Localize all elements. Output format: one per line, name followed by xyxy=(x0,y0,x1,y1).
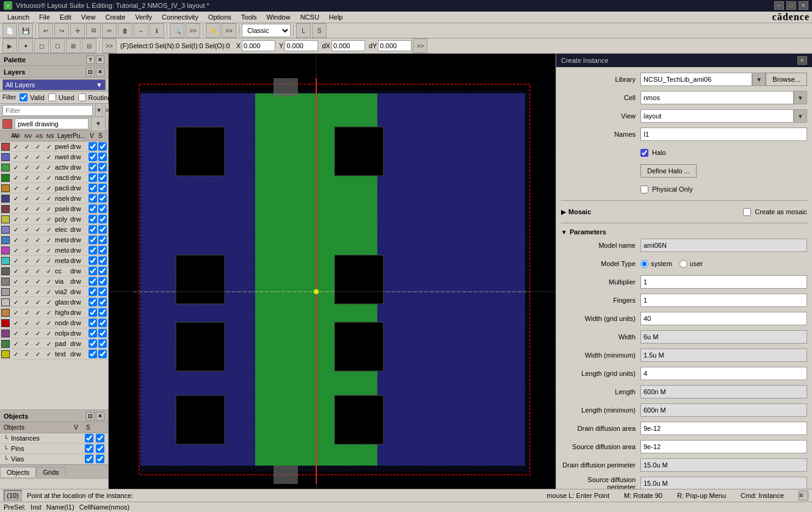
redo-btn[interactable]: ↪ xyxy=(54,23,69,38)
current-layer-dropdown-btn[interactable]: ▼ xyxy=(91,117,106,131)
object-row-vias[interactable]: └ Vias xyxy=(0,454,108,464)
menu-help[interactable]: Help xyxy=(324,12,348,22)
object-v-vias[interactable] xyxy=(85,455,93,463)
layer-v-metal2[interactable] xyxy=(89,246,97,254)
names-input[interactable] xyxy=(640,128,807,141)
v-col-sort[interactable]: V xyxy=(90,132,98,139)
layer-s-metal1[interactable] xyxy=(98,236,107,244)
layer-s-nolpe[interactable] xyxy=(98,329,107,337)
layer-v-text[interactable] xyxy=(89,350,97,358)
all-btn[interactable]: ⊞ xyxy=(66,38,81,53)
layer-row-nolpe[interactable]: ✓ ✓ ✓ ✓ nolpe drw xyxy=(0,328,108,339)
schematic-btn[interactable]: S xyxy=(312,23,327,38)
layer-v-via[interactable] xyxy=(89,277,97,286)
layer-v-metal3[interactable] xyxy=(89,256,97,265)
view-dropdown-btn[interactable]: ▼ xyxy=(794,109,807,123)
layer-v-via2[interactable] xyxy=(89,287,97,296)
menu-file[interactable]: File xyxy=(34,12,55,22)
close-btn[interactable]: ✕ xyxy=(799,1,808,10)
layer-s-glass[interactable] xyxy=(98,298,107,306)
more4-btn[interactable]: >> xyxy=(413,38,427,53)
object-s-vias[interactable] xyxy=(96,455,104,463)
layer-v-poly[interactable] xyxy=(89,215,97,223)
new-btn[interactable]: 📄 xyxy=(2,23,17,38)
layer-row-pactive[interactable]: ✓ ✓ ✓ ✓ pactive drw xyxy=(0,183,108,193)
save-btn[interactable]: 💾 xyxy=(18,23,33,38)
layout-btn[interactable]: L xyxy=(296,23,311,38)
object-row-pins[interactable]: └ Pins xyxy=(0,444,108,454)
layer-v-cc[interactable] xyxy=(89,267,97,275)
ruler-btn[interactable]: 📏 xyxy=(206,23,220,38)
copy-btn[interactable]: ⧉ xyxy=(86,23,101,38)
model-type-system-radio[interactable] xyxy=(640,260,648,268)
canvas-area[interactable] xyxy=(109,54,556,489)
layer-v-nactive[interactable] xyxy=(89,173,97,182)
undo-btn[interactable]: ↩ xyxy=(38,23,53,38)
halo-checkbox[interactable] xyxy=(640,149,648,157)
move-btn[interactable]: ✛ xyxy=(70,23,85,38)
delete-btn[interactable]: 🗑 xyxy=(118,23,132,38)
fence-btn[interactable]: ⬡ xyxy=(50,38,65,53)
purpose-col-sort[interactable]: Pu... xyxy=(73,132,90,139)
desel-btn[interactable]: ⊟ xyxy=(82,38,96,53)
length-grid-input[interactable] xyxy=(640,367,807,380)
style-dropdown[interactable]: Classic xyxy=(242,24,291,37)
dx-input[interactable] xyxy=(332,40,365,51)
more3-btn[interactable]: >> xyxy=(102,38,117,53)
palette-help-btn[interactable]: ? xyxy=(86,56,95,64)
layer-row-nselect[interactable]: ✓ ✓ ✓ ✓ nselect drw xyxy=(0,193,108,204)
menu-ncsu[interactable]: NCSU xyxy=(295,12,324,22)
layer-v-nwell[interactable] xyxy=(89,153,97,161)
mosaic-header[interactable]: ▶ Mosaic xyxy=(561,206,591,218)
layers-close-btn[interactable]: ✕ xyxy=(96,68,104,76)
layer-s-pactive[interactable] xyxy=(98,184,107,192)
layer-row-via2[interactable]: ✓ ✓ ✓ ✓ via2 drw xyxy=(0,287,108,297)
layer-s-text[interactable] xyxy=(98,350,107,358)
maximize-btn[interactable]: □ xyxy=(786,1,796,10)
layer-v-nolpe[interactable] xyxy=(89,329,97,337)
layer-row-metal1[interactable]: ✓ ✓ ✓ ✓ metal1 drw xyxy=(0,235,108,245)
create-as-mosaic-checkbox[interactable] xyxy=(743,208,751,216)
objects-float-btn[interactable]: ⊡ xyxy=(86,412,95,420)
layer-v-active[interactable] xyxy=(89,163,97,171)
layer-row-highres[interactable]: ✓ ✓ ✓ ✓ highres drw xyxy=(0,308,108,318)
fingers-input[interactable] xyxy=(640,294,807,307)
layer-row-metal2[interactable]: ✓ ✓ ✓ ✓ metal2 drw xyxy=(0,245,108,256)
layer-row-elec[interactable]: ✓ ✓ ✓ ✓ elec drw xyxy=(0,225,108,235)
menu-view[interactable]: View xyxy=(76,12,101,22)
width-grid-input[interactable] xyxy=(640,312,807,325)
palette-close-btn[interactable]: ✕ xyxy=(96,56,104,64)
all-layers-dropdown[interactable]: All Layers ▼ xyxy=(2,79,106,90)
object-row-instances[interactable]: └ Instances xyxy=(0,433,108,444)
layer-s-pad[interactable] xyxy=(98,339,107,348)
more-btn[interactable]: >> xyxy=(186,23,200,38)
valid-checkbox[interactable] xyxy=(20,93,27,101)
menu-options[interactable]: Options xyxy=(203,12,236,22)
layers-float-btn[interactable]: ⊡ xyxy=(86,68,95,76)
menu-window[interactable]: Window xyxy=(262,12,295,22)
current-layer-value[interactable]: pwell drawing xyxy=(15,118,89,129)
info-btn[interactable]: ℹ xyxy=(150,23,164,38)
layer-s-pwell[interactable] xyxy=(98,142,107,151)
cut-btn[interactable]: ✂ xyxy=(102,23,117,38)
menu-verify[interactable]: Verify xyxy=(130,12,157,22)
tab-grids[interactable]: Grids xyxy=(36,467,65,477)
layer-v-metal1[interactable] xyxy=(89,236,97,244)
layer-s-cc[interactable] xyxy=(98,267,107,275)
x-input[interactable] xyxy=(242,40,275,51)
more2-btn[interactable]: >> xyxy=(222,23,236,38)
minimize-btn[interactable]: ─ xyxy=(774,1,784,10)
dy-input[interactable] xyxy=(378,40,411,51)
layer-row-glass[interactable]: ✓ ✓ ✓ ✓ glass drw xyxy=(0,297,108,308)
layout-canvas[interactable] xyxy=(109,54,556,489)
object-s-instances[interactable] xyxy=(96,434,104,442)
layer-s-nodrc[interactable] xyxy=(98,319,107,327)
layer-v-pselect[interactable] xyxy=(89,204,97,213)
layer-s-elec[interactable] xyxy=(98,225,107,234)
cmd-icon[interactable]: ≡ xyxy=(799,491,808,500)
cell-dropdown-btn[interactable]: ▼ xyxy=(794,91,807,104)
layer-s-active[interactable] xyxy=(98,163,107,171)
layer-s-nactive[interactable] xyxy=(98,173,107,182)
layer-row-nactive[interactable]: ✓ ✓ ✓ ✓ nactive drw xyxy=(0,173,108,183)
library-dropdown-btn[interactable]: ▼ xyxy=(752,73,766,86)
